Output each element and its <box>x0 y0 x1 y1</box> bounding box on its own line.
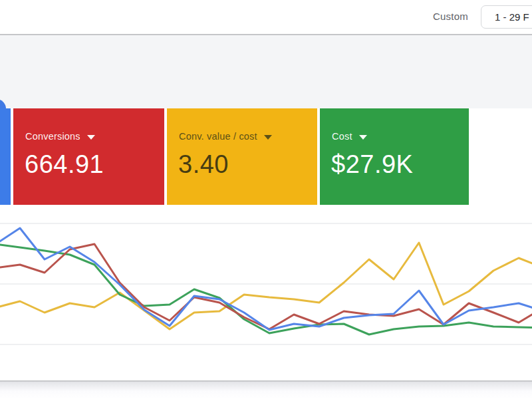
scorecard-label: Conv. value / cost <box>179 131 257 142</box>
date-range-value: 1 - 29 F <box>481 6 532 23</box>
date-range-selector-button[interactable]: 1 - 29 F <box>481 5 532 29</box>
subheader-band <box>0 35 532 108</box>
scorecard-conversions[interactable]: Conversions 664.91 <box>13 108 164 205</box>
scorecard-value: $27.9K <box>331 150 413 179</box>
scorecard-blue-cutoff[interactable] <box>0 108 11 205</box>
scorecard-label: Conversions <box>25 131 80 142</box>
scorecard-label: Cost <box>332 131 352 142</box>
date-range-custom-label[interactable]: Custom <box>433 11 468 22</box>
scorecard-conv-value-cost[interactable]: Conv. value / cost 3.40 <box>167 108 317 205</box>
scorecard-value: 3.40 <box>178 150 229 179</box>
series-line-red <box>0 244 532 329</box>
panel-bottom-shadow <box>0 382 532 399</box>
scorecard-metric-selector[interactable]: Conversions <box>25 131 95 142</box>
series-line-green <box>0 244 532 334</box>
scorecard-cost[interactable]: Cost $27.9K <box>320 108 469 205</box>
dropdown-arrow-icon[interactable] <box>359 135 367 140</box>
scorecard-metric-selector[interactable]: Cost <box>332 131 367 142</box>
topbar: Custom 1 - 29 F <box>0 0 532 34</box>
scorecard-value: 664.91 <box>25 150 104 179</box>
performance-chart <box>0 207 532 380</box>
ads-overview-screen: Custom 1 - 29 F Conversions 664.91 Conv.… <box>0 0 532 399</box>
dropdown-arrow-icon[interactable] <box>264 135 272 140</box>
series-line-blue <box>0 228 532 330</box>
scorecard-metric-selector[interactable]: Conv. value / cost <box>179 131 272 142</box>
dropdown-arrow-icon[interactable] <box>87 135 95 140</box>
